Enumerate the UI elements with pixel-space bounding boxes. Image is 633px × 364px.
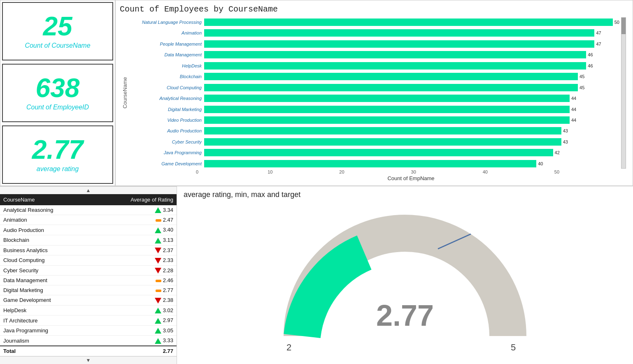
table-cell-course: Data Management [0, 276, 94, 285]
table-row: Animation2.47 [0, 215, 177, 225]
bar-fill [204, 29, 594, 37]
table-row: IT Architecture2.97 [0, 315, 177, 326]
bar-value: 46 [588, 52, 593, 57]
table-row: Game Development2.38 [0, 295, 177, 306]
bar-value: 44 [571, 96, 576, 101]
table-cell-rating: 3.13 [94, 235, 177, 245]
table-cell-total-label: Total [0, 346, 94, 356]
table-cell-course: Cyber Security [0, 265, 94, 276]
bar-container: 44 [204, 95, 619, 102]
bar-fill [204, 149, 553, 156]
bar-container: 45 [204, 73, 619, 80]
bar-fill [204, 127, 561, 134]
bar-container: 50 [204, 19, 619, 26]
bar-chart-inner: Natural Language Processing50Animation47… [128, 17, 619, 169]
table-cell-rating: 2.38 [94, 295, 177, 306]
indicator-down [155, 248, 161, 253]
table-row: Audio Production3.40 [0, 225, 177, 235]
indicator-up [155, 308, 161, 313]
indicator-up [155, 338, 161, 344]
bar-label: Cloud Computing [128, 85, 204, 90]
gauge-svg: 4 2 5 2.77 [261, 204, 549, 357]
y-axis-label: CourseName [120, 17, 128, 169]
bar-value: 44 [571, 118, 576, 123]
table-cell-rating: 3.34 [94, 205, 177, 215]
bar-fill [204, 19, 613, 26]
bar-container: 43 [204, 127, 619, 134]
x-axis-area: 01020304050Count of EmpName [196, 169, 626, 181]
indicator-neutral [156, 219, 161, 222]
col-header-course: CourseName [0, 194, 94, 205]
table-cell-rating: 3.05 [94, 325, 177, 336]
bar-row: Analytical Reasoning44 [128, 93, 619, 103]
table-row: Blockchain3.13 [0, 235, 177, 245]
indicator-down [155, 298, 161, 304]
kpi-employees-value: 638 [36, 75, 80, 101]
bar-row: Video Production44 [128, 115, 619, 125]
bar-row: Animation47 [128, 28, 619, 38]
table-cell-course: Journalism [0, 336, 94, 346]
bar-chart-title: Count of Employees by CourseName [120, 5, 626, 14]
gauge-label-5: 5 [511, 342, 516, 352]
indicator-down [155, 258, 161, 264]
table-cell-rating: 2.47 [94, 215, 177, 225]
bar-fill [204, 40, 594, 48]
bar-label: HelpDesk [128, 63, 204, 68]
table-cell-rating: 2.77 [94, 285, 177, 295]
bar-label: People Management [128, 42, 204, 46]
table-cell-course: IT Architecture [0, 315, 94, 326]
table-cell-course: Analytical Reasoning [0, 205, 94, 215]
bar-chart-panel: Count of Employees by CourseName CourseN… [115, 0, 633, 186]
bar-label: Animation [128, 30, 204, 35]
bar-chart-area: CourseName Natural Language Processing50… [120, 17, 626, 169]
bar-label: Natural Language Processing [128, 20, 204, 25]
scrollbar[interactable] [621, 17, 626, 169]
kpi-panel: 25 Count of CourseName 638 Count of Empl… [0, 0, 115, 186]
x-tick: 0 [196, 169, 268, 174]
bar-container: 44 [204, 106, 619, 113]
table-cell-course: HelpDesk [0, 305, 94, 315]
x-tick: 50 [554, 169, 626, 174]
table-row: Cyber Security2.28 [0, 265, 177, 276]
kpi-card-employees: 638 Count of EmployeeID [2, 64, 113, 122]
bar-value: 46 [588, 63, 593, 68]
scroll-up-arrow[interactable]: ▲ [0, 186, 177, 194]
table-row: Digital Marketing2.77 [0, 285, 177, 295]
table-cell-rating: 2.46 [94, 276, 177, 285]
bar-container: 42 [204, 149, 619, 156]
col-header-rating: Average of Rating [94, 194, 177, 205]
indicator-up [155, 328, 161, 334]
bar-label: Java Programming [128, 150, 204, 155]
kpi-courses-label: Count of CourseName [25, 42, 90, 49]
kpi-card-courses: 25 Count of CourseName [2, 2, 113, 60]
bar-container: 47 [204, 29, 619, 37]
table-cell-course: Cloud Computing [0, 255, 94, 266]
table-cell-course: Blockchain [0, 235, 94, 245]
table-cell-rating: 2.33 [94, 255, 177, 266]
table-cell-rating: 2.97 [94, 315, 177, 326]
bar-fill [204, 160, 536, 167]
bar-label: Game Development [128, 161, 204, 166]
kpi-card-rating: 2.77 average rating [2, 125, 113, 184]
indicator-up [155, 207, 161, 213]
table-cell-rating: 2.28 [94, 265, 177, 276]
bar-row: Data Management46 [128, 50, 619, 60]
bar-fill [204, 84, 578, 91]
bar-row: Natural Language Processing50 [128, 17, 619, 27]
table-row: HelpDesk3.02 [0, 305, 177, 315]
x-tick: 40 [483, 169, 554, 174]
bar-label: Cyber Security [128, 139, 204, 144]
top-section: 25 Count of CourseName 638 Count of Empl… [0, 0, 633, 186]
table-cell-total-value: 2.77 [94, 346, 177, 356]
bar-fill [204, 106, 570, 113]
bar-value: 47 [596, 30, 601, 35]
table-row: Analytical Reasoning3.34 [0, 205, 177, 215]
scrollbar-thumb[interactable] [621, 18, 626, 34]
bar-container: 40 [204, 160, 619, 167]
bar-row: Audio Production43 [128, 126, 619, 136]
table-cell-course: Digital Marketing [0, 285, 94, 295]
table-cell-course: Animation [0, 215, 94, 225]
x-tick: 10 [268, 169, 339, 174]
scroll-down-arrow[interactable]: ▼ [0, 356, 177, 364]
x-axis-ticks: 01020304050 [196, 169, 626, 174]
